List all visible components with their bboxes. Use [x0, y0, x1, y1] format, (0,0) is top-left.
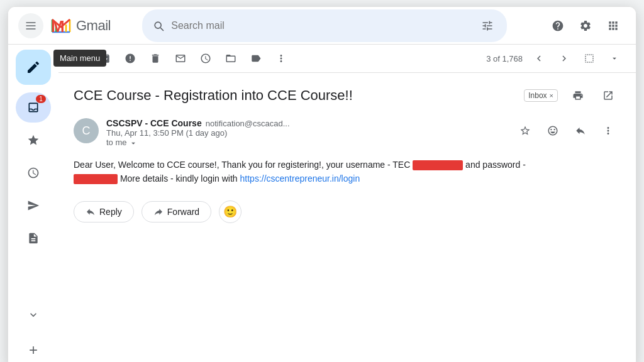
tune-icon — [481, 19, 494, 32]
search-input[interactable] — [171, 20, 466, 31]
header: M Gmail — [8, 7, 636, 45]
forward-btn-icon — [153, 207, 164, 217]
sender-email: notification@cscacad... — [206, 119, 290, 128]
email-sender-header: C CSCSPV - CCE Course notification@cscac… — [74, 118, 621, 148]
sender-avatar: C — [74, 118, 99, 143]
view-mode-button[interactable] — [578, 47, 601, 70]
sidebar-item-starred[interactable] — [16, 125, 51, 155]
help-button[interactable] — [545, 13, 570, 38]
emoji-react-button[interactable] — [540, 118, 565, 143]
spam-button[interactable] — [119, 47, 142, 70]
reply-row: Reply Forward 🙂 — [74, 200, 621, 223]
body-text-3: More details - kindly login with — [120, 173, 238, 184]
more-vert-email-icon — [602, 125, 614, 136]
apps-icon — [607, 19, 619, 32]
prev-email-button[interactable] — [528, 47, 550, 70]
emoji-reply-button[interactable]: 🙂 — [219, 200, 242, 223]
gmail-logo: M Gmail — [48, 13, 111, 38]
view-mode-arrow-button[interactable] — [603, 47, 626, 70]
print-icon — [572, 90, 584, 101]
mark-read-button[interactable] — [169, 47, 192, 70]
email-subject-row: CCE Course - Registration into CCE Cours… — [74, 83, 621, 108]
gmail-window: M Gmail — [8, 6, 636, 362]
expand-more-icon — [27, 309, 40, 321]
star-email-button[interactable] — [513, 118, 538, 143]
apps-button[interactable] — [601, 13, 626, 38]
redacted-password — [74, 174, 118, 184]
email-count: 3 of 1,768 — [486, 54, 523, 63]
body-text-2: and password - — [465, 160, 526, 170]
sidebar-item-inbox[interactable]: 1 — [16, 92, 51, 123]
help-icon — [552, 19, 564, 32]
email-date: Thu, Apr 11, 3:50 PM (1 day ago) — [106, 128, 227, 138]
reply-btn-icon — [86, 207, 96, 217]
email-top-actions — [565, 83, 621, 108]
tune-button[interactable] — [477, 14, 497, 37]
open-in-new-button[interactable] — [596, 83, 621, 108]
sidebar-item-more[interactable] — [16, 300, 51, 330]
snooze-icon — [27, 167, 40, 179]
forward-label: Forward — [167, 207, 199, 217]
search-icon — [152, 19, 165, 32]
chevron-right-icon — [558, 53, 570, 64]
sidebar: Main menu 1 — [8, 45, 58, 362]
delete-button[interactable] — [144, 47, 167, 70]
search-bar — [142, 9, 507, 42]
remove-inbox-label-button[interactable]: × — [550, 92, 553, 99]
inbox-badge: 1 — [36, 95, 46, 103]
next-email-button[interactable] — [553, 47, 575, 70]
print-button[interactable] — [565, 83, 591, 108]
labels-button[interactable] — [245, 47, 267, 70]
move-to-button[interactable] — [219, 47, 242, 70]
sidebar-add-button[interactable]: + — [21, 337, 46, 362]
spam-icon — [125, 53, 136, 64]
reply-button[interactable]: Reply — [74, 201, 134, 222]
reply-icon — [575, 125, 586, 136]
to-label: to me — [106, 138, 127, 147]
login-link[interactable]: https://cscentrepreneur.in/login — [240, 173, 360, 184]
to-dropdown-icon — [129, 139, 138, 148]
svg-text:M: M — [51, 17, 65, 36]
more-email-button[interactable] — [596, 118, 621, 143]
more-actions-button[interactable] — [270, 47, 292, 70]
view-mode-icon — [584, 53, 595, 64]
inbox-badge-text: Inbox — [528, 91, 547, 100]
to-me[interactable]: to me — [106, 138, 505, 148]
header-icons — [545, 13, 626, 38]
email-toolbar: 3 of 1,768 — [58, 45, 636, 73]
hamburger-button[interactable] — [18, 13, 43, 38]
main-layout: Main menu 1 — [8, 45, 636, 362]
inbox-label-badge: Inbox × — [524, 89, 558, 102]
sender-info: CSCSPV - CCE Course notification@cscacad… — [106, 118, 505, 148]
open-in-new-icon — [602, 90, 614, 101]
sidebar-item-drafts[interactable] — [16, 223, 51, 253]
settings-icon — [579, 19, 592, 32]
move-to-icon — [225, 53, 236, 64]
reply-header-button[interactable] — [568, 118, 593, 143]
gmail-m-icon: M — [48, 13, 74, 38]
send-icon — [27, 199, 40, 212]
main-menu-tooltip: Main menu — [53, 50, 106, 67]
compose-icon — [26, 60, 41, 75]
delete-icon — [150, 53, 161, 64]
chevron-left-icon — [533, 53, 545, 64]
email-meta: Thu, Apr 11, 3:50 PM (1 day ago) — [106, 128, 505, 138]
star-icon — [27, 134, 40, 146]
email-body: Dear User, Welcome to CCE course!, Thank… — [74, 158, 621, 186]
sidebar-item-sent[interactable] — [16, 190, 51, 221]
compose-button[interactable] — [16, 50, 51, 85]
dropdown-arrow-icon — [610, 54, 619, 63]
label-icon — [250, 53, 262, 64]
reply-label: Reply — [99, 207, 122, 217]
settings-button[interactable] — [573, 13, 598, 38]
star-email-icon — [519, 125, 531, 136]
body-text-1: Dear User, Welcome to CCE course!, Thank… — [74, 160, 410, 170]
forward-button[interactable]: Forward — [142, 201, 211, 222]
mark-read-icon — [175, 53, 186, 64]
redacted-username — [413, 160, 463, 170]
email-subject: CCE Course - Registration into CCE Cours… — [74, 87, 516, 104]
more-vert-icon — [275, 53, 287, 64]
snooze-email-button[interactable] — [194, 47, 217, 70]
sidebar-item-snoozed[interactable] — [16, 158, 51, 188]
email-header-actions — [513, 118, 621, 143]
